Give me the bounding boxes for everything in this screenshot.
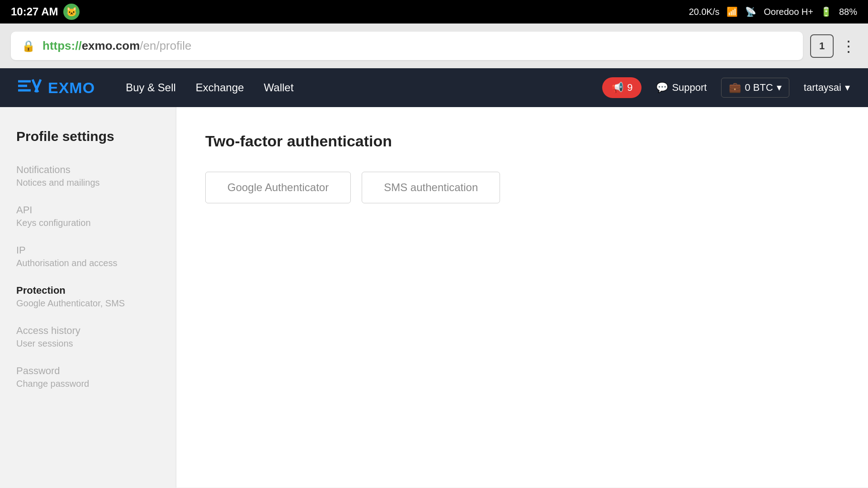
sidebar-item-protection[interactable]: Protection Google Authenticator, SMS bbox=[16, 285, 160, 309]
sidebar-item-notifications[interactable]: Notifications Notices and mailings bbox=[16, 164, 160, 188]
support-button[interactable]: 💬 Support bbox=[656, 82, 707, 94]
content-area: Two-factor authentication Google Authent… bbox=[176, 107, 868, 488]
user-menu-button[interactable]: tartaysai ▾ bbox=[804, 82, 850, 94]
sidebar-item-access-history-subtitle: User sessions bbox=[16, 338, 160, 349]
url-bar-container: 🔒 https://exmo.com/en/profile 1 ⋮ bbox=[0, 23, 868, 68]
sidebar: Profile settings Notifications Notices a… bbox=[0, 107, 176, 488]
sms-authentication-button[interactable]: SMS authentication bbox=[362, 172, 500, 203]
notification-button[interactable]: 📢 9 bbox=[602, 77, 642, 98]
status-time: 10:27 AM bbox=[11, 5, 58, 18]
browser-menu-icon[interactable]: ⋮ bbox=[841, 37, 857, 55]
lock-icon: 🔒 bbox=[22, 40, 35, 52]
url-domain: exmo.com bbox=[82, 39, 140, 52]
auth-buttons: Google Authenticator SMS authentication bbox=[205, 172, 839, 203]
sidebar-item-ip-subtitle: Authorisation and access bbox=[16, 258, 160, 268]
support-icon: 💬 bbox=[656, 82, 668, 94]
sidebar-title: Profile settings bbox=[16, 129, 160, 144]
battery-icon: 🔋 bbox=[821, 6, 832, 17]
sidebar-item-ip[interactable]: IP Authorisation and access bbox=[16, 244, 160, 268]
username: tartaysai bbox=[804, 82, 841, 94]
status-bar: 10:27 AM 🐱 20.0K/s 📶 📡 Ooredoo H+ 🔋 88% bbox=[0, 0, 868, 23]
logo-icon bbox=[18, 78, 43, 98]
notification-count: 9 bbox=[627, 82, 632, 94]
sidebar-item-password-subtitle: Change password bbox=[16, 379, 160, 389]
sidebar-item-notifications-subtitle: Notices and mailings bbox=[16, 178, 160, 188]
status-bar-left: 10:27 AM 🐱 bbox=[11, 4, 80, 20]
nav-exchange[interactable]: Exchange bbox=[196, 81, 244, 94]
battery-level: 88% bbox=[839, 7, 857, 17]
network-speed: 20.0K/s bbox=[689, 7, 720, 17]
url-text: https://exmo.com/en/profile bbox=[42, 39, 191, 53]
logo[interactable]: EXMO bbox=[18, 78, 95, 98]
nav-links: Buy & Sell Exchange Wallet bbox=[126, 81, 580, 94]
support-label: Support bbox=[672, 82, 707, 94]
wifi-icon: 📶 bbox=[726, 6, 738, 17]
main-layout: Profile settings Notifications Notices a… bbox=[0, 107, 868, 488]
wallet-balance-button[interactable]: 💼 0 BTC ▾ bbox=[721, 78, 789, 98]
signal-icon: 📡 bbox=[745, 6, 756, 17]
wallet-balance: 0 BTC bbox=[745, 82, 773, 94]
wallet-icon: 💼 bbox=[729, 82, 741, 94]
sidebar-item-api-subtitle: Keys configuration bbox=[16, 218, 160, 228]
sidebar-item-protection-title: Protection bbox=[16, 285, 160, 296]
nav-right: 📢 9 💬 Support 💼 0 BTC ▾ tartaysai ▾ bbox=[602, 77, 850, 98]
carrier: Ooredoo H+ bbox=[764, 7, 813, 17]
chevron-down-icon: ▾ bbox=[777, 82, 782, 94]
status-bar-right: 20.0K/s 📶 📡 Ooredoo H+ 🔋 88% bbox=[689, 6, 857, 17]
nav-buy-sell[interactable]: Buy & Sell bbox=[126, 81, 176, 94]
nav-bar: EXMO Buy & Sell Exchange Wallet 📢 9 💬 Su… bbox=[0, 68, 868, 107]
url-path: /en/profile bbox=[140, 39, 191, 52]
sidebar-item-access-history-title: Access history bbox=[16, 325, 160, 337]
chevron-down-icon: ▾ bbox=[845, 82, 850, 94]
sidebar-item-password[interactable]: Password Change password bbox=[16, 365, 160, 389]
sidebar-item-ip-title: IP bbox=[16, 244, 160, 256]
url-https: https:// bbox=[42, 39, 82, 52]
tab-button[interactable]: 1 bbox=[810, 34, 834, 58]
nav-wallet[interactable]: Wallet bbox=[264, 81, 294, 94]
megaphone-icon: 📢 bbox=[611, 82, 623, 94]
google-authenticator-button[interactable]: Google Authenticator bbox=[205, 172, 351, 203]
sidebar-item-password-title: Password bbox=[16, 365, 160, 377]
sidebar-item-api-title: API bbox=[16, 204, 160, 216]
sidebar-item-protection-subtitle: Google Authenticator, SMS bbox=[16, 298, 160, 309]
sidebar-item-notifications-title: Notifications bbox=[16, 164, 160, 176]
sidebar-item-access-history[interactable]: Access history User sessions bbox=[16, 325, 160, 349]
url-bar[interactable]: 🔒 https://exmo.com/en/profile bbox=[11, 32, 803, 60]
logo-text: EXMO bbox=[48, 79, 95, 97]
content-title: Two-factor authentication bbox=[205, 132, 839, 150]
sidebar-item-api[interactable]: API Keys configuration bbox=[16, 204, 160, 228]
cat-icon: 🐱 bbox=[63, 4, 80, 20]
